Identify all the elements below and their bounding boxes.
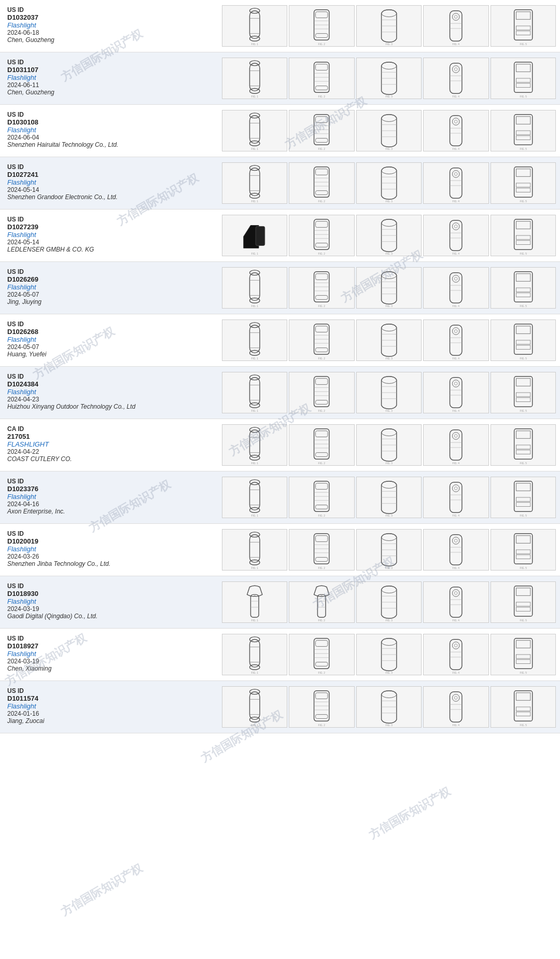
patent-image-thumb[interactable]: FIG. 1: [222, 5, 287, 47]
svg-rect-119: [316, 221, 328, 228]
patent-image-thumb[interactable]: FIG. 5: [491, 477, 556, 518]
svg-rect-120: [316, 243, 328, 247]
patent-image-thumb[interactable]: FIG. 1: [222, 529, 287, 571]
patent-image-thumb[interactable]: FIG. 3: [356, 58, 422, 99]
patent-image-thumb[interactable]: FIG. 4: [423, 319, 488, 361]
patent-title-link[interactable]: Flashlight: [7, 283, 217, 291]
patent-image-thumb[interactable]: FIG. 4: [423, 634, 488, 675]
patent-image-thumb[interactable]: FIG. 1: [222, 424, 287, 466]
patent-image-thumb[interactable]: FIG. 3: [356, 686, 422, 728]
patent-title-link[interactable]: Flashlight: [7, 388, 217, 396]
svg-text:FIG. 3: FIG. 3: [385, 148, 393, 150]
svg-text:FIG. 5: FIG. 5: [520, 619, 527, 622]
patent-image-thumb[interactable]: FIG. 1: [222, 581, 287, 623]
patent-image-thumb[interactable]: FIG. 3: [356, 372, 422, 413]
patent-image-thumb[interactable]: FIG. 4: [423, 529, 488, 571]
patent-image-thumb[interactable]: FIG. 2: [289, 5, 354, 47]
patent-image-thumb[interactable]: FIG. 5: [491, 267, 556, 309]
patent-image-thumb[interactable]: FIG. 5: [491, 372, 556, 413]
patent-image-thumb[interactable]: FIG. 1: [222, 110, 287, 151]
patent-image-thumb[interactable]: FIG. 3: [356, 477, 422, 518]
svg-rect-236: [316, 453, 328, 457]
patent-title-link[interactable]: Flashlight: [7, 650, 217, 658]
patent-image-thumb[interactable]: FIG. 4: [423, 215, 488, 256]
patent-title-link[interactable]: Flashlight: [7, 21, 217, 29]
svg-point-241: [381, 429, 396, 436]
patent-image-thumb[interactable]: FIG. 1: [222, 686, 287, 728]
patent-image-thumb[interactable]: FIG. 5: [491, 162, 556, 204]
patent-image-thumb[interactable]: FIG. 2: [289, 110, 354, 151]
patent-image-thumb[interactable]: FIG. 4: [423, 477, 488, 518]
patent-image-thumb[interactable]: FIG. 2: [289, 162, 354, 204]
patent-image-thumb[interactable]: FIG. 5: [491, 424, 556, 466]
patent-image-thumb[interactable]: FIG. 3: [356, 424, 422, 466]
patent-title-link[interactable]: FLASHLIGHT: [7, 440, 217, 448]
patent-image-thumb[interactable]: FIG. 1: [222, 477, 287, 518]
patent-image-thumb[interactable]: FIG. 3: [356, 319, 422, 361]
patent-image-thumb[interactable]: FIG. 3: [356, 267, 422, 309]
patent-image-thumb[interactable]: FIG. 1: [222, 215, 287, 256]
patent-image-thumb[interactable]: FIG. 3: [356, 215, 422, 256]
patent-title-link[interactable]: Flashlight: [7, 126, 217, 134]
patent-image-thumb[interactable]: FIG. 3: [356, 529, 422, 571]
patent-image-thumb[interactable]: FIG. 2: [289, 686, 354, 728]
patent-image-thumb[interactable]: FIG. 2: [289, 477, 354, 518]
svg-text:FIG. 4: FIG. 4: [453, 253, 460, 255]
patent-image-thumb[interactable]: FIG. 2: [289, 267, 354, 309]
patent-title-link[interactable]: Flashlight: [7, 178, 217, 186]
patent-image-thumb[interactable]: FIG. 3: [356, 581, 422, 623]
patent-image-thumb[interactable]: FIG. 5: [491, 58, 556, 99]
patent-title-link[interactable]: Flashlight: [7, 493, 217, 501]
svg-rect-393: [516, 693, 530, 701]
patent-image-thumb[interactable]: FIG. 5: [491, 529, 556, 571]
patent-image-thumb[interactable]: FIG. 4: [423, 162, 488, 204]
patent-image-thumb[interactable]: FIG. 4: [423, 424, 488, 466]
patent-title-link[interactable]: Flashlight: [7, 545, 217, 553]
patent-image-thumb[interactable]: FIG. 4: [423, 267, 488, 309]
patent-image-thumb[interactable]: FIG. 1: [222, 634, 287, 675]
patent-image-thumb[interactable]: FIG. 5: [491, 634, 556, 675]
patent-image-thumb[interactable]: FIG. 5: [491, 215, 556, 256]
patent-image-thumb[interactable]: FIG. 3: [356, 634, 422, 675]
patent-image-thumb[interactable]: FIG. 4: [423, 686, 488, 728]
patent-image-thumb[interactable]: FIG. 1: [222, 267, 287, 309]
svg-rect-29: [249, 63, 260, 91]
svg-point-49: [454, 68, 457, 71]
patent-image-thumb[interactable]: FIG. 2: [289, 529, 354, 571]
svg-rect-66: [316, 138, 328, 143]
patent-image-thumb[interactable]: FIG. 5: [491, 5, 556, 47]
patent-title-link[interactable]: Flashlight: [7, 597, 217, 605]
patent-image-thumb[interactable]: FIG. 2: [289, 58, 354, 99]
patent-title-link[interactable]: Flashlight: [7, 336, 217, 343]
patent-image-thumb[interactable]: FIG. 4: [423, 110, 488, 151]
patent-image-thumb[interactable]: FIG. 4: [423, 372, 488, 413]
patent-image-thumb[interactable]: FIG. 5: [491, 319, 556, 361]
patent-image-thumb[interactable]: FIG. 5: [491, 581, 556, 623]
patent-image-thumb[interactable]: FIG. 4: [423, 58, 488, 99]
patent-image-thumb[interactable]: FIG. 2: [289, 634, 354, 675]
patent-image-thumb[interactable]: FIG. 1: [222, 372, 287, 413]
patent-title-link[interactable]: Flashlight: [7, 702, 217, 710]
patent-image-thumb[interactable]: FIG. 1: [222, 319, 287, 361]
patent-image-thumb[interactable]: FIG. 3: [356, 110, 422, 151]
patent-image-thumb[interactable]: FIG. 3: [356, 162, 422, 204]
patent-title-link[interactable]: Flashlight: [7, 74, 217, 81]
patent-image-thumb[interactable]: FIG. 5: [491, 686, 556, 728]
patent-image-thumb[interactable]: FIG. 4: [423, 5, 488, 47]
patent-image-thumb[interactable]: FIG. 3: [356, 5, 422, 47]
svg-text:FIG. 5: FIG. 5: [520, 253, 527, 255]
svg-text:FIG. 4: FIG. 4: [453, 515, 460, 517]
patent-image-thumb[interactable]: FIG. 2: [289, 319, 354, 361]
patent-image-thumb[interactable]: FIG. 5: [491, 110, 556, 151]
patent-image-thumb[interactable]: FIG. 2: [289, 581, 354, 623]
patent-image-thumb[interactable]: FIG. 2: [289, 215, 354, 256]
svg-point-387: [453, 694, 460, 702]
patent-title-link[interactable]: Flashlight: [7, 231, 217, 239]
patent-image-thumb[interactable]: FIG. 4: [423, 581, 488, 623]
svg-rect-254: [516, 445, 530, 449]
patent-image-thumb[interactable]: FIG. 2: [289, 424, 354, 466]
svg-rect-336: [516, 602, 530, 606]
patent-image-thumb[interactable]: FIG. 1: [222, 58, 287, 99]
patent-image-thumb[interactable]: FIG. 1: [222, 162, 287, 204]
patent-image-thumb[interactable]: FIG. 2: [289, 372, 354, 413]
